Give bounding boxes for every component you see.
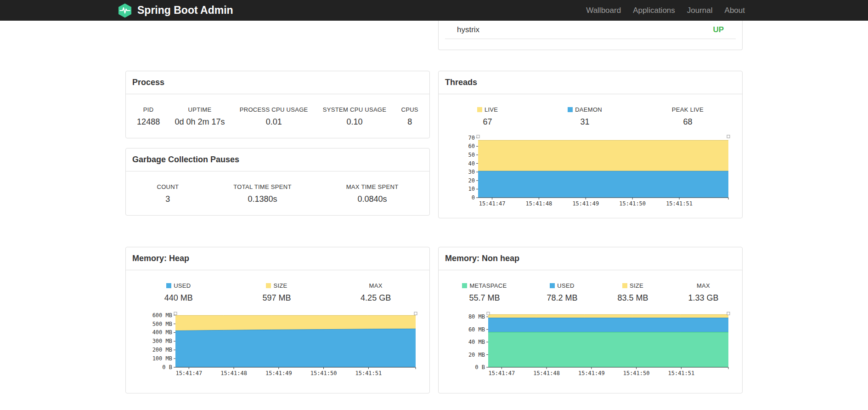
legend-value: 68 xyxy=(672,117,704,127)
legend-item-max: MAX 1.33 GB xyxy=(688,282,718,303)
used-swatch-icon xyxy=(166,283,171,288)
live-swatch-icon xyxy=(477,107,482,112)
legend-item-size: SIZE 597 MB xyxy=(262,282,291,303)
threads-panel-title: Threads xyxy=(439,71,742,94)
stat-label: TOTAL TIME SPENT xyxy=(233,183,291,190)
svg-text:20: 20 xyxy=(468,177,475,184)
threads-legend: LIVE 67 DAEMON 31 PEAK LIVE 68 xyxy=(439,94,742,130)
stat-label: PROCESS CPU USAGE xyxy=(240,106,308,113)
memory-nonheap-panel: Memory: Non heap METASPACE 55.7 MB USED … xyxy=(438,247,743,393)
legend-value: 78.2 MB xyxy=(547,293,577,303)
svg-text:15:41:49: 15:41:49 xyxy=(578,370,605,376)
svg-text:15:41:49: 15:41:49 xyxy=(265,370,292,376)
legend-value: 440 MB xyxy=(164,293,193,303)
legend-value: 55.7 MB xyxy=(462,293,507,303)
legend-item-peak-live: PEAK LIVE 68 xyxy=(672,106,704,127)
svg-text:400 MB: 400 MB xyxy=(152,329,172,336)
svg-text:15:41:50: 15:41:50 xyxy=(619,200,646,207)
svg-text:15:41:48: 15:41:48 xyxy=(533,370,560,376)
memory-heap-panel-title: Memory: Heap xyxy=(126,247,429,270)
stat-label: SYSTEM CPU USAGE xyxy=(323,106,386,113)
svg-text:80 MB: 80 MB xyxy=(468,313,485,320)
nav-item-journal[interactable]: Journal xyxy=(681,6,719,15)
stat-cpus: CPUS 8 xyxy=(401,106,418,127)
threads-panel: Threads LIVE 67 DAEMON 31 PEAK LIVE 68 xyxy=(438,71,743,218)
legend-item-metaspace: METASPACE 55.7 MB xyxy=(462,282,507,303)
legend-value: 83.5 MB xyxy=(617,293,648,303)
stat-value: 0.1380s xyxy=(233,194,291,204)
svg-text:15:41:50: 15:41:50 xyxy=(310,370,337,376)
legend-label: PEAK LIVE xyxy=(672,106,704,113)
nav-item-applications[interactable]: Applications xyxy=(627,6,681,15)
stat-label: PID xyxy=(137,106,160,113)
svg-text:15:41:51: 15:41:51 xyxy=(668,370,694,376)
application-name: hystrix xyxy=(457,25,479,34)
stat-value: 0.0840s xyxy=(346,194,399,204)
nav-item-wallboard[interactable]: Wallboard xyxy=(580,6,627,15)
applications-panel-partial: hystrix UP xyxy=(438,21,743,50)
svg-text:70: 70 xyxy=(468,135,475,141)
legend-item-daemon: DAEMON 31 xyxy=(568,106,602,127)
memory-heap-chart[interactable]: 0 B100 MB200 MB300 MB400 MB500 MB600 MB1… xyxy=(132,309,423,379)
stat-value: 12488 xyxy=(137,117,160,127)
legend-label: SIZE xyxy=(617,282,648,289)
svg-text:20 MB: 20 MB xyxy=(468,352,485,358)
gc-stats: COUNT 3 TOTAL TIME SPENT 0.1380s MAX TIM… xyxy=(126,171,429,215)
stat-value: 0.01 xyxy=(240,117,308,127)
memory-nonheap-panel-title: Memory: Non heap xyxy=(439,247,742,270)
legend-label: MAX xyxy=(361,282,391,289)
stat-uptime: UPTIME 0d 0h 2m 17s xyxy=(175,106,225,127)
process-panel-title: Process xyxy=(126,71,429,94)
legend-label: METASPACE xyxy=(462,282,507,289)
svg-text:300 MB: 300 MB xyxy=(152,338,172,344)
stat-process-cpu-usage: PROCESS CPU USAGE 0.01 xyxy=(240,106,308,127)
brand-title: Spring Boot Admin xyxy=(137,4,233,17)
stat-gc-max-time: MAX TIME SPENT 0.0840s xyxy=(346,183,399,204)
svg-text:15:41:50: 15:41:50 xyxy=(623,370,650,376)
brand-link[interactable]: Spring Boot Admin xyxy=(117,3,233,18)
stat-system-cpu-usage: SYSTEM CPU USAGE 0.10 xyxy=(323,106,386,127)
svg-text:15:41:51: 15:41:51 xyxy=(666,200,693,207)
svg-text:600 MB: 600 MB xyxy=(152,312,172,319)
svg-text:100 MB: 100 MB xyxy=(152,355,172,362)
left-column: Process PID 12488 UPTIME 0d 0h 2m 17s PR… xyxy=(125,71,430,225)
svg-text:15:41:49: 15:41:49 xyxy=(572,200,599,207)
nonheap-legend: METASPACE 55.7 MB USED 78.2 MB SIZE 83.5… xyxy=(439,270,742,306)
heap-legend: USED 440 MB SIZE 597 MB MAX 4.25 GB xyxy=(126,270,429,306)
nav-links: Wallboard Applications Journal About xyxy=(580,6,751,15)
legend-value: 597 MB xyxy=(262,293,291,303)
svg-text:50: 50 xyxy=(468,152,475,158)
svg-text:60 MB: 60 MB xyxy=(468,326,485,333)
legend-label: MAX xyxy=(688,282,718,289)
svg-text:0 B: 0 B xyxy=(475,364,485,370)
legend-value: 1.33 GB xyxy=(688,293,718,303)
svg-text:0: 0 xyxy=(472,194,475,201)
legend-label: DAEMON xyxy=(568,106,602,113)
main-content: hystrix UP Process PID 12488 UPTIME 0d 0… xyxy=(125,21,743,393)
legend-value: 4.25 GB xyxy=(361,293,391,303)
spring-boot-admin-logo-icon xyxy=(117,3,133,18)
legend-value: 31 xyxy=(568,117,602,127)
status-badge-up: UP xyxy=(713,25,724,34)
memory-nonheap-chart[interactable]: 0 B20 MB40 MB60 MB80 MB15:41:4715:41:481… xyxy=(445,309,736,379)
metaspace-swatch-icon xyxy=(462,283,467,288)
legend-item-used: USED 78.2 MB xyxy=(547,282,577,303)
stat-value: 0.10 xyxy=(323,117,386,127)
application-row-hystrix[interactable]: hystrix UP xyxy=(445,21,736,39)
svg-text:10: 10 xyxy=(468,186,475,192)
svg-text:15:41:51: 15:41:51 xyxy=(355,370,382,376)
stat-gc-count: COUNT 3 xyxy=(157,183,179,204)
svg-text:15:41:48: 15:41:48 xyxy=(220,370,247,376)
legend-value: 67 xyxy=(477,117,498,127)
stat-gc-total-time: TOTAL TIME SPENT 0.1380s xyxy=(233,183,291,204)
nav-item-about[interactable]: About xyxy=(719,6,751,15)
navbar: Spring Boot Admin Wallboard Applications… xyxy=(0,0,868,21)
stat-pid: PID 12488 xyxy=(137,106,160,127)
svg-text:15:41:47: 15:41:47 xyxy=(175,370,202,376)
navbar-inner: Spring Boot Admin Wallboard Applications… xyxy=(117,3,751,18)
legend-item-size: SIZE 83.5 MB xyxy=(617,282,648,303)
daemon-swatch-icon xyxy=(568,107,573,112)
threads-chart[interactable]: 01020304050607015:41:4715:41:4815:41:491… xyxy=(445,132,736,210)
process-stats: PID 12488 UPTIME 0d 0h 2m 17s PROCESS CP… xyxy=(126,94,429,138)
size-swatch-icon xyxy=(622,283,627,288)
